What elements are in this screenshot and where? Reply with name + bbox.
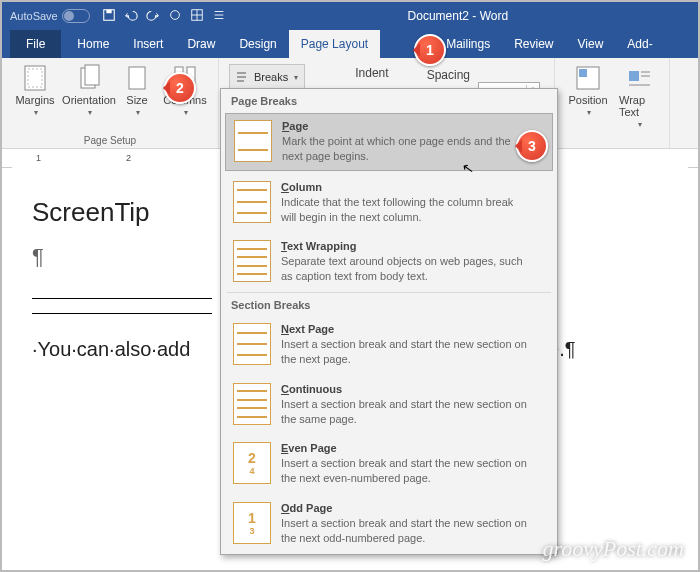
margins-button[interactable]: Margins▾ (12, 64, 58, 117)
horizontal-rule (32, 298, 212, 314)
autosave-label: AutoSave (10, 10, 58, 22)
position-icon (574, 64, 602, 92)
wrap-text-button[interactable]: Wrap Text▾ (619, 64, 659, 129)
break-option-odd-page[interactable]: 13 Odd Page Insert a section break and s… (221, 494, 557, 554)
document-title: Document2 - Word (226, 9, 690, 23)
break-option-page[interactable]: Page Mark the point at which one page en… (225, 113, 553, 171)
tab-file[interactable]: File (10, 30, 61, 58)
page-break-icon (234, 120, 272, 162)
column-break-icon (233, 181, 271, 223)
chevron-down-icon: ▾ (294, 73, 298, 82)
redo-icon[interactable] (146, 8, 160, 24)
svg-rect-21 (629, 71, 639, 81)
undo-icon[interactable] (124, 8, 138, 24)
tab-design[interactable]: Design (227, 30, 288, 58)
cursor-icon: ↖ (461, 159, 476, 177)
breaks-dropdown: Page Breaks Page Mark the point at which… (220, 88, 558, 555)
break-option-continuous[interactable]: Continuous Insert a section break and st… (221, 375, 557, 435)
break-option-next-page[interactable]: Next Page Insert a section break and sta… (221, 315, 557, 375)
quick-access-toolbar (102, 8, 226, 24)
orientation-button[interactable]: Orientation▾ (66, 64, 112, 117)
titlebar: AutoSave Document2 - Word (2, 2, 698, 30)
insert-table-icon[interactable] (190, 8, 204, 24)
tab-draw[interactable]: Draw (175, 30, 227, 58)
text-wrapping-icon (233, 240, 271, 282)
callout-3: 3 (516, 130, 548, 162)
tab-home[interactable]: Home (65, 30, 121, 58)
page-breaks-header: Page Breaks (221, 89, 557, 111)
spacing-icon[interactable] (212, 8, 226, 24)
tab-review[interactable]: Review (502, 30, 565, 58)
save-icon[interactable] (102, 8, 116, 24)
touch-mode-icon[interactable] (168, 8, 182, 24)
tab-view[interactable]: View (566, 30, 616, 58)
section-breaks-header: Section Breaks (221, 293, 557, 315)
position-button[interactable]: Position▾ (565, 64, 611, 117)
tab-insert[interactable]: Insert (121, 30, 175, 58)
even-page-icon: 24 (233, 442, 271, 484)
group-label-page-setup: Page Setup (84, 131, 136, 146)
svg-rect-9 (25, 66, 45, 90)
orientation-icon (75, 64, 103, 92)
tab-addins[interactable]: Add- (615, 30, 664, 58)
break-option-even-page[interactable]: 24 Even Page Insert a section break and … (221, 434, 557, 494)
break-option-column[interactable]: Column Indicate that the text following … (221, 173, 557, 233)
svg-rect-12 (85, 65, 99, 85)
next-page-icon (233, 323, 271, 365)
size-icon (123, 64, 151, 92)
odd-page-icon: 13 (233, 502, 271, 544)
svg-point-2 (170, 11, 179, 20)
callout-1: 1 (414, 34, 446, 66)
wrap-text-icon (625, 64, 653, 92)
autosave-toggle[interactable]: AutoSave (10, 9, 90, 23)
margins-icon (21, 64, 49, 92)
breaks-icon (236, 70, 250, 84)
ribbon-tabs: File Home Insert Draw Design Page Layout… (2, 30, 698, 58)
autosave-switch-icon[interactable] (62, 9, 90, 23)
svg-rect-1 (106, 10, 111, 14)
tab-page-layout[interactable]: Page Layout (289, 30, 380, 58)
svg-rect-20 (579, 69, 587, 77)
svg-rect-13 (129, 67, 145, 89)
size-button[interactable]: Size▾ (120, 64, 154, 117)
breaks-button[interactable]: Breaks ▾ (229, 64, 305, 90)
continuous-icon (233, 383, 271, 425)
callout-2: 2 (164, 72, 196, 104)
break-option-text-wrapping[interactable]: Text Wrapping Separate text around objec… (221, 232, 557, 292)
group-page-setup: Margins▾ Orientation▾ Size▾ Columns▾ Pag… (2, 58, 219, 148)
